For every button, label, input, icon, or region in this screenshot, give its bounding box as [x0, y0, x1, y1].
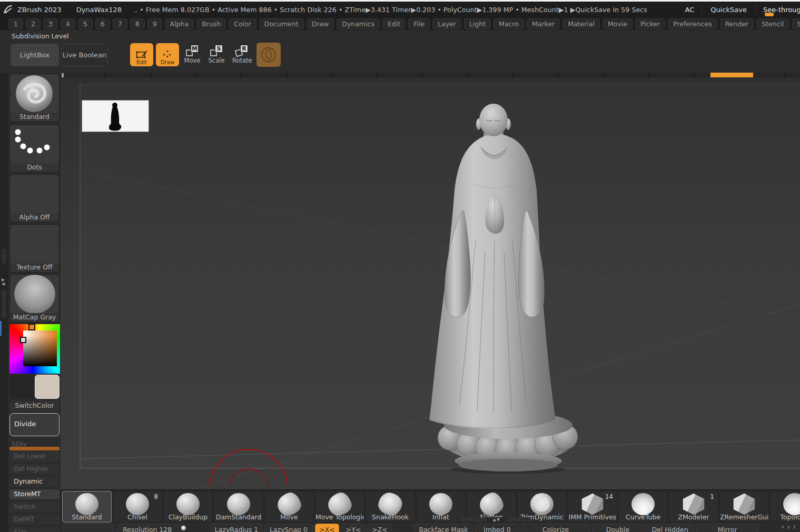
- brush-tray-item[interactable]: Move Topological: [315, 491, 364, 523]
- resolution-radio-button[interactable]: [181, 526, 186, 530]
- blank-button[interactable]: [63, 524, 114, 532]
- storemt-button[interactable]: StoreMT: [9, 489, 60, 499]
- menu-item[interactable]: Stroke: [792, 18, 800, 29]
- current-brush-box[interactable]: Standard: [9, 74, 60, 122]
- menu-item[interactable]: 5: [78, 18, 93, 29]
- rail-collapse-arrows[interactable]: ▶◀: [2, 278, 5, 286]
- brush-tray-item[interactable]: SnakeHook: [366, 491, 415, 523]
- timeline-marker[interactable]: [62, 73, 64, 77]
- rail-divider-texture[interactable]: [2, 289, 6, 318]
- symmetry-y-button[interactable]: >Y<: [341, 524, 366, 532]
- brush-tray-item[interactable]: Topology: [770, 491, 800, 523]
- menu-item[interactable]: 6: [95, 18, 110, 29]
- menu-item[interactable]: 8: [130, 18, 145, 29]
- symmetry-x-button[interactable]: >X<: [315, 524, 339, 532]
- timeline-active-segment[interactable]: [710, 73, 753, 77]
- menu-item[interactable]: Draw: [307, 18, 334, 29]
- brush-tray-item[interactable]: ClayBuildup: [163, 491, 213, 523]
- edit-button[interactable]: Edit: [130, 43, 153, 66]
- menu-item[interactable]: 3: [43, 18, 58, 29]
- brush-icon: [429, 493, 452, 515]
- quicksave-button[interactable]: QuickSave: [702, 5, 756, 15]
- brush-tray-item[interactable]: 14 IMM Primitives: [568, 491, 617, 523]
- lightbox-button[interactable]: LightBox: [11, 44, 59, 66]
- secondary-color-swatch[interactable]: [9, 375, 34, 399]
- menu-item[interactable]: Dynamics: [337, 18, 380, 29]
- see-through-slider-handle[interactable]: [765, 13, 774, 16]
- live-boolean-button[interactable]: Live Boolean: [61, 44, 108, 66]
- top-shelf: Subdivision Level LightBox Live Boolean …: [0, 30, 800, 73]
- menu-item[interactable]: Document: [259, 18, 304, 29]
- size-button[interactable]: Size: [9, 527, 60, 532]
- del-hidden-button[interactable]: Del Hidden: [646, 524, 694, 532]
- del-lower-button[interactable]: Del Lower: [9, 451, 60, 461]
- menu-item[interactable]: Alpha: [165, 18, 194, 29]
- tray-scroll-arrows[interactable]: ▲▼: [488, 517, 506, 522]
- brush-tray-item[interactable]: 8 Chisel: [113, 491, 162, 523]
- menu-item[interactable]: 9: [147, 18, 162, 29]
- brush-tray-item[interactable]: ZRemesherGuide: [719, 491, 769, 523]
- lazy-radius-slider[interactable]: LazyRadius 1: [211, 524, 262, 532]
- switch-button[interactable]: Switch: [9, 502, 60, 512]
- switch-color-button[interactable]: SwitchColor: [9, 401, 60, 411]
- color-picker-sv-square[interactable]: [23, 330, 57, 366]
- scale-button[interactable]: S Scale: [207, 45, 226, 64]
- tray-scrollbar[interactable]: ▲▼: [462, 517, 531, 522]
- rail-divider-texture[interactable]: [2, 249, 6, 264]
- menu-item[interactable]: File: [408, 18, 430, 29]
- move-button[interactable]: M Move: [183, 45, 202, 64]
- dynamic-button[interactable]: Dynamic: [9, 477, 60, 487]
- current-texture-box[interactable]: Texture Off: [9, 224, 60, 273]
- brush-tray-item[interactable]: Inflat: [416, 491, 466, 523]
- draw-button[interactable]: Draw: [156, 43, 179, 66]
- divide-button[interactable]: Divide: [9, 413, 60, 436]
- stroke-preview-button[interactable]: [256, 43, 281, 67]
- imbed-slider[interactable]: Imbed 0: [475, 524, 519, 532]
- current-alpha-box[interactable]: Alpha Off: [9, 174, 60, 223]
- double-button[interactable]: Double: [592, 524, 644, 532]
- color-picker[interactable]: [9, 324, 60, 374]
- menu-item[interactable]: Preferences: [668, 18, 717, 29]
- mirror-button[interactable]: Mirror: [696, 524, 758, 532]
- edit-icon: [135, 50, 148, 59]
- lazy-snap-slider[interactable]: LazySnap 0: [264, 524, 313, 532]
- sdiv-slider-bar[interactable]: [9, 447, 60, 450]
- current-stroke-box[interactable]: Dots: [9, 124, 60, 173]
- brush-tray-item[interactable]: 1 ZModeler: [669, 491, 718, 523]
- menu-item[interactable]: Color: [229, 18, 256, 29]
- resolution-slider[interactable]: Resolution 128: [117, 524, 184, 532]
- brush-label: IMM Primitives: [568, 513, 617, 521]
- menu-item[interactable]: Brush: [196, 18, 226, 29]
- brush-tray-item[interactable]: DamStandard: [214, 491, 263, 523]
- menu-item[interactable]: 4: [61, 18, 75, 29]
- ac-button[interactable]: AC: [678, 6, 702, 14]
- menu-item[interactable]: 1: [8, 18, 23, 29]
- rotate-button[interactable]: R Rotate: [232, 45, 251, 64]
- brush-tray-item[interactable]: CurveTube: [618, 491, 668, 523]
- menu-item[interactable]: Stencil: [756, 18, 789, 29]
- symmetry-z-button[interactable]: >Z<: [368, 524, 392, 532]
- del-higher-button[interactable]: Del Higher: [9, 464, 60, 474]
- menu-item[interactable]: Light: [464, 18, 491, 29]
- main-color-swatch[interactable]: [35, 375, 60, 399]
- backface-mask-button[interactable]: Backface Mask: [414, 524, 473, 532]
- menu-item[interactable]: Layer: [432, 18, 461, 29]
- menu-item[interactable]: Picker: [635, 18, 665, 29]
- timeline-strip[interactable]: [61, 73, 800, 78]
- menu-item[interactable]: Material: [562, 18, 600, 29]
- hue-marker[interactable]: [28, 324, 35, 330]
- colorize-button[interactable]: Colorize: [521, 524, 590, 532]
- menu-item[interactable]: Macro: [493, 18, 524, 29]
- menu-item[interactable]: Movie: [603, 18, 633, 29]
- menu-item[interactable]: 7: [113, 18, 127, 29]
- menu-item[interactable]: Render: [720, 18, 754, 29]
- menu-item[interactable]: Marker: [527, 18, 560, 29]
- brush-tray-item[interactable]: Move: [264, 491, 314, 523]
- sculpt-viewport[interactable]: [61, 78, 800, 489]
- delmt-button[interactable]: DelMT: [9, 515, 60, 525]
- menu-item[interactable]: Edit: [382, 18, 406, 29]
- brush-tray-item[interactable]: Standard: [62, 491, 112, 523]
- sv-marker[interactable]: [20, 337, 26, 343]
- menu-item[interactable]: 2: [26, 18, 41, 29]
- current-material-box[interactable]: MatCap Gray: [9, 274, 60, 323]
